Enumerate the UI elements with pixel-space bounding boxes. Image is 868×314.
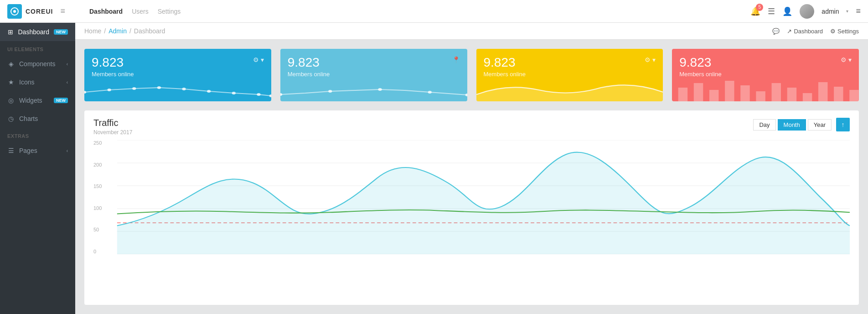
section-extras: EXTRAS [0, 128, 75, 141]
breadcrumb-home[interactable]: Home [84, 27, 101, 35]
time-btn-day[interactable]: Day [753, 119, 775, 131]
dashboard-new-badge: NEW [54, 29, 68, 35]
svg-point-9 [257, 93, 260, 96]
subheader-dashboard-link[interactable]: ↗ Dashboard [787, 28, 823, 35]
breadcrumb-sep-2: / [129, 27, 131, 35]
sidebar-label-pages: Pages [19, 147, 62, 154]
top-nav-links: Dashboard Users Settings [80, 8, 750, 15]
icons-icon: ★ [7, 78, 15, 86]
chart-container: 250 200 150 100 50 0 [84, 140, 859, 259]
avatar[interactable] [800, 4, 814, 19]
admin-dropdown-arrow[interactable]: ▾ [846, 9, 848, 14]
sidebar-label-dashboard: Dashboard [18, 28, 50, 36]
subheader-settings-link[interactable]: ⚙ Settings [830, 28, 859, 35]
breadcrumb-dashboard: Dashboard [134, 27, 165, 35]
upload-button[interactable]: ↑ [836, 118, 850, 131]
top-navbar: COREUI ≡ Dashboard Users Settings 🔔 5 ☰ … [0, 0, 868, 23]
sidebar-label-components: Components [19, 60, 62, 68]
card-teal-location[interactable]: 📍 [452, 56, 460, 63]
sidebar-label-icons: Icons [19, 78, 62, 86]
svg-rect-22 [772, 83, 781, 101]
notification-badge: 5 [756, 4, 763, 11]
traffic-subtitle: November 2017 [93, 129, 132, 136]
sub-header: Home / Admin / Dashboard 💬 ↗ Dashboard ⚙… [75, 23, 868, 40]
notification-bell[interactable]: 🔔 5 [750, 6, 760, 16]
dashboard-icon: ⊞ [7, 28, 14, 36]
svg-point-1 [13, 10, 16, 13]
traffic-section: Traffic November 2017 Day Month Year ↑ 2… [84, 110, 859, 305]
widgets-icon: ◎ [7, 97, 15, 104]
svg-rect-19 [725, 81, 734, 101]
top-nav-right: 🔔 5 ☰ 👤 admin ▾ ≡ [750, 4, 861, 19]
avatar-image [800, 4, 814, 19]
svg-point-7 [207, 90, 211, 93]
sidebar-item-charts[interactable]: ◷ Charts [0, 110, 75, 128]
nav-link-settings[interactable]: Settings [158, 8, 181, 15]
components-arrow: ‹ [67, 62, 68, 67]
svg-rect-17 [694, 83, 703, 101]
svg-rect-26 [834, 87, 843, 101]
card-blue-settings[interactable]: ⚙ ▾ [253, 56, 264, 63]
content-area: Home / Admin / Dashboard 💬 ↗ Dashboard ⚙… [75, 23, 868, 314]
svg-rect-24 [803, 93, 812, 101]
brand: COREUI ≡ [7, 4, 80, 19]
svg-rect-27 [850, 90, 859, 101]
card-yellow-number: 9.823 [484, 56, 526, 69]
sidebar-item-components[interactable]: ◈ Components ‹ [0, 55, 75, 73]
pages-icon: ☰ [7, 147, 15, 154]
time-btn-year[interactable]: Year [808, 119, 832, 131]
list-icon[interactable]: ☰ [768, 6, 775, 16]
svg-point-14 [428, 91, 431, 94]
brand-logo [7, 4, 22, 19]
stat-card-yellow: 9.823 Members online ⚙ ▾ [476, 49, 663, 101]
settings-icon: ⚙ [830, 28, 836, 35]
breadcrumb: Home / Admin / Dashboard [84, 27, 165, 35]
more-icon[interactable]: ≡ [856, 6, 861, 16]
widgets-new-badge: NEW [54, 98, 68, 103]
svg-point-3 [108, 89, 111, 91]
time-btn-month[interactable]: Month [778, 119, 806, 131]
components-icon: ◈ [7, 60, 15, 68]
user-icon[interactable]: 👤 [782, 6, 792, 16]
y-label-50: 50 [93, 227, 102, 232]
svg-rect-21 [756, 91, 765, 101]
icons-arrow: ‹ [67, 80, 68, 85]
sidebar: ⊞ Dashboard NEW UI ELEMENTS ◈ Components… [0, 23, 75, 314]
y-axis-labels: 250 200 150 100 50 0 [93, 140, 102, 259]
svg-rect-16 [678, 88, 687, 101]
sidebar-label-charts: Charts [19, 115, 68, 122]
traffic-chart [93, 140, 850, 254]
section-ui-elements: UI ELEMENTS [0, 41, 75, 55]
sub-header-right: 💬 ↗ Dashboard ⚙ Settings [772, 28, 859, 35]
y-label-0: 0 [93, 249, 102, 254]
subheader-chat-icon[interactable]: 💬 [772, 28, 780, 35]
admin-label[interactable]: admin [822, 8, 839, 15]
sidebar-item-icons[interactable]: ★ Icons ‹ [0, 73, 75, 91]
hamburger-icon[interactable]: ≡ [60, 6, 65, 16]
svg-rect-25 [818, 82, 827, 101]
card-yellow-settings[interactable]: ⚙ ▾ [645, 56, 656, 63]
svg-point-4 [132, 87, 136, 90]
svg-point-6 [182, 88, 186, 90]
y-label-100: 100 [93, 205, 102, 211]
sidebar-item-widgets[interactable]: ◎ Widgets NEW [0, 91, 75, 110]
stat-card-teal: 9.823 Members online 📍 [280, 49, 467, 101]
traffic-title-block: Traffic November 2017 [93, 118, 132, 136]
pages-arrow: ‹ [67, 148, 68, 153]
card-red-settings[interactable]: ⚙ ▾ [841, 56, 852, 63]
y-label-250: 250 [93, 140, 102, 146]
sidebar-item-pages[interactable]: ☰ Pages ‹ [0, 141, 75, 160]
breadcrumb-sep-1: / [104, 27, 106, 35]
nav-link-dashboard[interactable]: Dashboard [89, 8, 123, 15]
sidebar-item-dashboard[interactable]: ⊞ Dashboard NEW [0, 23, 75, 41]
svg-rect-23 [787, 88, 796, 101]
svg-point-5 [157, 86, 161, 89]
nav-link-users[interactable]: Users [132, 8, 149, 15]
svg-point-15 [465, 94, 467, 96]
card-blue-chart [84, 74, 271, 101]
breadcrumb-admin[interactable]: Admin [108, 27, 127, 35]
upload-icon: ↑ [842, 121, 845, 128]
card-red-chart [672, 74, 859, 101]
svg-point-12 [328, 90, 332, 93]
stat-card-red: 9.823 Members online ⚙ ▾ [672, 49, 859, 101]
